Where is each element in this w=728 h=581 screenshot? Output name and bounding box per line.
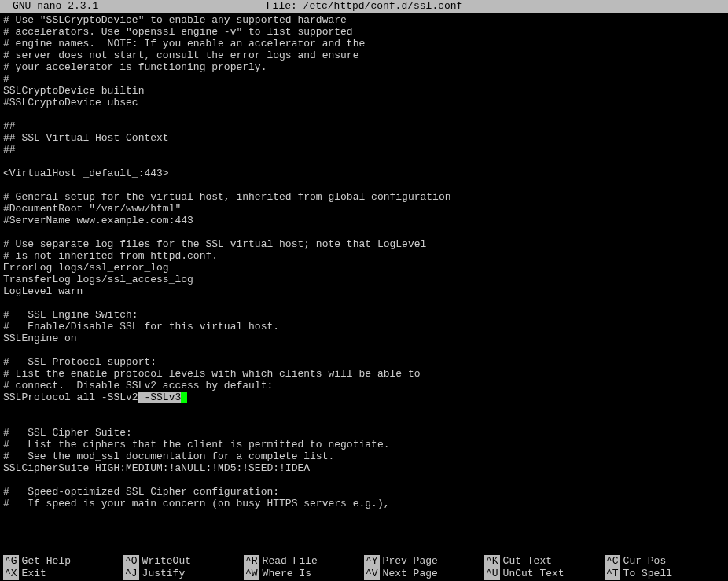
line-text: SSLProtocol all -SSLv2	[3, 392, 138, 403]
editor-line: SSLCryptoDevice builtin	[3, 85, 725, 97]
shortcut-label: Exit	[22, 568, 46, 580]
footer-shortcut[interactable]: ^UUnCut Text	[484, 568, 605, 580]
editor-line: LogLevel warn	[3, 285, 725, 297]
selected-text: -SSLv3	[138, 392, 182, 403]
shortcut-label: UnCut Text	[503, 568, 564, 580]
editor-line	[3, 474, 725, 486]
shortcut-key: ^X	[3, 568, 19, 580]
shortcut-label: Cur Pos	[623, 555, 667, 568]
footer-shortcut[interactable]: ^RRead File	[244, 555, 364, 568]
footer-shortcut[interactable]: ^YPrev Page	[364, 555, 484, 568]
footer-shortcut[interactable]: ^KCut Text	[484, 555, 605, 568]
shortcut-key: ^V	[364, 568, 380, 580]
editor-line: # engine names. NOTE: If you enable an a…	[3, 38, 725, 50]
editor-line: # SSL Protocol support:	[3, 356, 725, 368]
editor-line: # Use separate log files for the SSL vir…	[3, 238, 725, 250]
footer-shortcut[interactable]: ^OWriteOut	[123, 555, 244, 568]
editor-line	[3, 156, 725, 167]
app-name: GNU nano 2.3.1	[3, 0, 98, 13]
shortcut-label: Get Help	[22, 555, 71, 568]
editor-line: # See the mod_ssl documentation for a co…	[3, 450, 725, 462]
editor-line: # is not inherited from httpd.conf.	[3, 250, 725, 262]
footer-shortcut[interactable]: ^JJustify	[123, 568, 244, 580]
editor-line: ##	[3, 120, 725, 132]
footer-shortcut[interactable]: ^WWhere Is	[244, 568, 364, 580]
editor-line: # server does not start, consult the err…	[3, 50, 725, 61]
editor-line: ## SSL Virtual Host Context	[3, 132, 725, 144]
footer-shortcut[interactable]: ^CCur Pos	[605, 555, 725, 568]
editor-line: # your accelerator is functioning proper…	[3, 61, 725, 73]
shortcut-label: Read File	[263, 555, 318, 568]
editor-line: # accelerators. Use "openssl engine -v" …	[3, 26, 725, 38]
shortcut-label: WriteOut	[142, 555, 191, 568]
shortcut-label: To Spell	[623, 568, 672, 580]
shortcut-key: ^O	[123, 555, 139, 568]
editor-line	[3, 179, 725, 191]
editor-line: ErrorLog logs/ssl_error_log	[3, 262, 725, 274]
shortcut-key: ^W	[244, 568, 259, 580]
cursor	[181, 392, 187, 403]
editor-line	[3, 297, 725, 309]
shortcut-label: Where Is	[263, 568, 311, 580]
shortcut-label: Cut Text	[503, 555, 552, 568]
shortcut-label: Prev Page	[383, 555, 438, 568]
editor-line: # List the enable protocol levels with w…	[3, 368, 725, 380]
shortcut-key: ^C	[605, 555, 620, 568]
editor-line: #	[3, 73, 725, 85]
editor-line: # If speed is your main concern (on busy…	[3, 498, 725, 509]
editor-line: ##	[3, 144, 725, 156]
footer-shortcut[interactable]: ^XExit	[3, 568, 123, 580]
editor-line: # SSL Cipher Suite:	[3, 427, 725, 439]
footer-shortcut[interactable]: ^GGet Help	[3, 555, 123, 568]
editor-line: # connect. Disable SSLv2 access by defau…	[3, 380, 725, 392]
file-label: File: /etc/httpd/conf.d/ssl.conf	[98, 0, 631, 13]
editor-line	[3, 344, 725, 356]
editor-line: # Enable/Disable SSL for this virtual ho…	[3, 321, 725, 333]
footer-shortcut[interactable]: ^VNext Page	[364, 568, 484, 580]
editor-line: SSLProtocol all -SSLv2 -SSLv3	[3, 392, 725, 403]
editor-line: #ServerName www.example.com:443	[3, 215, 725, 226]
editor-content[interactable]: # Use "SSLCryptoDevice" to enable any su…	[0, 13, 728, 511]
shortcut-key: ^G	[3, 555, 19, 568]
editor-line: <VirtualHost _default_:443>	[3, 167, 725, 179]
shortcut-key: ^J	[123, 568, 139, 580]
footer-row-1: ^GGet Help^OWriteOut^RRead File^YPrev Pa…	[0, 555, 728, 568]
shortcut-key: ^R	[244, 555, 259, 568]
editor-line: #DocumentRoot "/var/www/html"	[3, 203, 725, 215]
shortcut-key: ^Y	[364, 555, 380, 568]
editor-line: # General setup for the virtual host, in…	[3, 191, 725, 203]
editor-line: SSLEngine on	[3, 333, 725, 344]
editor-header: GNU nano 2.3.1 File: /etc/httpd/conf.d/s…	[0, 0, 728, 13]
editor-line: # List the ciphers that the client is pe…	[3, 439, 725, 450]
shortcut-key: ^K	[484, 555, 500, 568]
editor-line: SSLCipherSuite HIGH:MEDIUM:!aNULL:!MD5:!…	[3, 462, 725, 474]
editor-line	[3, 415, 725, 427]
editor-footer: ^GGet Help^OWriteOut^RRead File^YPrev Pa…	[0, 555, 728, 580]
editor-line: # Speed-optimized SSL Cipher configurati…	[3, 486, 725, 498]
footer-row-2: ^XExit^JJustify^WWhere Is^VNext Page^UUn…	[0, 568, 728, 580]
editor-line: # Use "SSLCryptoDevice" to enable any su…	[3, 14, 725, 26]
shortcut-label: Next Page	[383, 568, 438, 580]
shortcut-label: Justify	[142, 568, 186, 580]
editor-line: #SSLCryptoDevice ubsec	[3, 97, 725, 108]
editor-line	[3, 108, 725, 120]
shortcut-key: ^T	[605, 568, 620, 580]
footer-shortcut[interactable]: ^TTo Spell	[605, 568, 725, 580]
editor-line: TransferLog logs/ssl_access_log	[3, 274, 725, 285]
editor-line	[3, 403, 725, 415]
shortcut-key: ^U	[484, 568, 500, 580]
editor-line	[3, 226, 725, 238]
editor-line: # SSL Engine Switch:	[3, 309, 725, 321]
